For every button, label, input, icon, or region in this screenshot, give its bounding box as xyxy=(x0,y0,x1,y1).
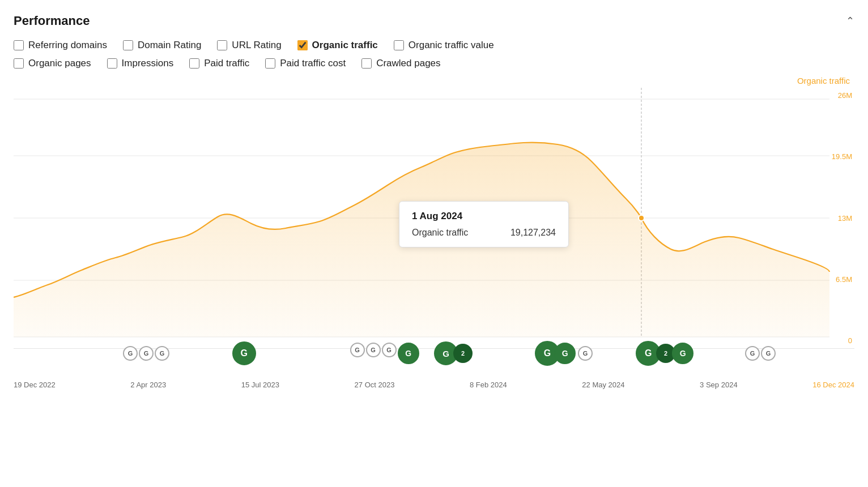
x-label-dec2024: 16 Dec 2024 xyxy=(812,381,854,389)
url-rating-label: URL Rating xyxy=(232,40,281,51)
google-update-icon[interactable]: G xyxy=(155,346,169,361)
google-update-icon-overlap[interactable]: G xyxy=(554,343,576,364)
checkboxes-row-2: Organic pages Impressions Paid traffic P… xyxy=(14,58,854,69)
referring-domains-label: Referring domains xyxy=(28,40,107,51)
checkbox-paid-traffic[interactable]: Paid traffic xyxy=(189,58,249,69)
google-update-icon[interactable]: G xyxy=(139,346,154,361)
google-update-icon[interactable]: G xyxy=(745,346,760,361)
google-update-icon[interactable]: G xyxy=(578,346,593,361)
google-update-icon[interactable]: G xyxy=(350,343,365,357)
checkbox-crawled-pages[interactable]: Crawled pages xyxy=(361,58,440,69)
paid-traffic-input[interactable] xyxy=(189,58,199,69)
chart-area: Organic traffic xyxy=(14,76,854,399)
g-icons-group-1: G G G xyxy=(123,346,169,361)
domain-rating-label: Domain Rating xyxy=(138,40,201,51)
x-axis-labels: 19 Dec 2022 2 Apr 2023 15 Jul 2023 27 Oc… xyxy=(14,381,854,389)
google-update-icon[interactable]: G xyxy=(366,343,381,357)
x-label-oct2023: 27 Oct 2023 xyxy=(355,381,395,389)
collapse-button[interactable]: ⌃ xyxy=(846,15,854,27)
impressions-label: Impressions xyxy=(122,58,174,69)
checkbox-paid-traffic-cost[interactable]: Paid traffic cost xyxy=(265,58,346,69)
checkbox-organic-pages[interactable]: Organic pages xyxy=(14,58,91,69)
organic-pages-input[interactable] xyxy=(14,58,24,69)
organic-traffic-input[interactable] xyxy=(297,40,308,50)
google-update-icon[interactable]: G xyxy=(382,343,397,357)
paid-traffic-label: Paid traffic xyxy=(204,58,249,69)
x-label-apr2023: 2 Apr 2023 xyxy=(130,381,166,389)
checkbox-impressions[interactable]: Impressions xyxy=(107,58,174,69)
x-label-jul2023: 15 Jul 2023 xyxy=(241,381,279,389)
x-label-sep2024: 3 Sep 2024 xyxy=(700,381,738,389)
checkbox-organic-traffic[interactable]: Organic traffic xyxy=(297,40,378,51)
crawled-pages-input[interactable] xyxy=(361,58,372,69)
paid-traffic-cost-input[interactable] xyxy=(265,58,275,69)
g-icons-group-3: G G G G xyxy=(350,343,419,364)
paid-traffic-cost-label: Paid traffic cost xyxy=(280,58,346,69)
impressions-input[interactable] xyxy=(107,58,117,69)
g-icons-group-2: G xyxy=(232,341,256,365)
google-update-icon-filled[interactable]: G xyxy=(398,343,419,364)
g-icons-group-5: G G G xyxy=(535,341,593,366)
chart-area-fill xyxy=(14,143,829,337)
google-update-icon-large[interactable]: G xyxy=(232,341,256,365)
g-icons-group-7: G G xyxy=(745,346,776,361)
g-icons-group-4: G 2 xyxy=(434,341,473,365)
g-icons-group-6: G 2 G xyxy=(636,341,693,366)
checkbox-organic-traffic-value[interactable]: Organic traffic value xyxy=(394,40,494,51)
chart-legend-label: Organic traffic xyxy=(14,76,854,86)
domain-rating-input[interactable] xyxy=(123,40,133,50)
google-update-icon[interactable]: G xyxy=(761,346,776,361)
crawled-pages-label: Crawled pages xyxy=(376,58,440,69)
organic-pages-label: Organic pages xyxy=(28,58,91,69)
checkbox-referring-domains[interactable]: Referring domains xyxy=(14,40,107,51)
chart-hover-dot xyxy=(639,215,644,221)
google-update-icon-badge[interactable]: 2 xyxy=(453,344,473,363)
google-update-icon-overlap2[interactable]: G xyxy=(672,343,693,364)
chart-wrapper: 26M 19.5M 13M 6.5M 0 1 Aug 2024 Organic … xyxy=(14,88,854,348)
x-axis-section: G G G G G G G G G 2 G xyxy=(14,348,854,399)
x-label-may2024: 22 May 2024 xyxy=(582,381,624,389)
x-label-feb2024: 8 Feb 2024 xyxy=(470,381,507,389)
page-title: Performance xyxy=(14,14,90,28)
organic-traffic-value-input[interactable] xyxy=(394,40,404,50)
organic-traffic-value-label: Organic traffic value xyxy=(409,40,494,51)
referring-domains-input[interactable] xyxy=(14,40,24,50)
chart-svg xyxy=(14,88,854,348)
checkbox-domain-rating[interactable]: Domain Rating xyxy=(123,40,201,51)
performance-header: Performance ⌃ xyxy=(14,14,854,28)
checkboxes-row-1: Referring domains Domain Rating URL Rati… xyxy=(14,40,854,51)
organic-traffic-label: Organic traffic xyxy=(312,40,378,51)
url-rating-input[interactable] xyxy=(217,40,227,50)
x-label-dec2022: 19 Dec 2022 xyxy=(14,381,56,389)
checkbox-url-rating[interactable]: URL Rating xyxy=(217,40,281,51)
google-update-icon[interactable]: G xyxy=(123,346,138,361)
